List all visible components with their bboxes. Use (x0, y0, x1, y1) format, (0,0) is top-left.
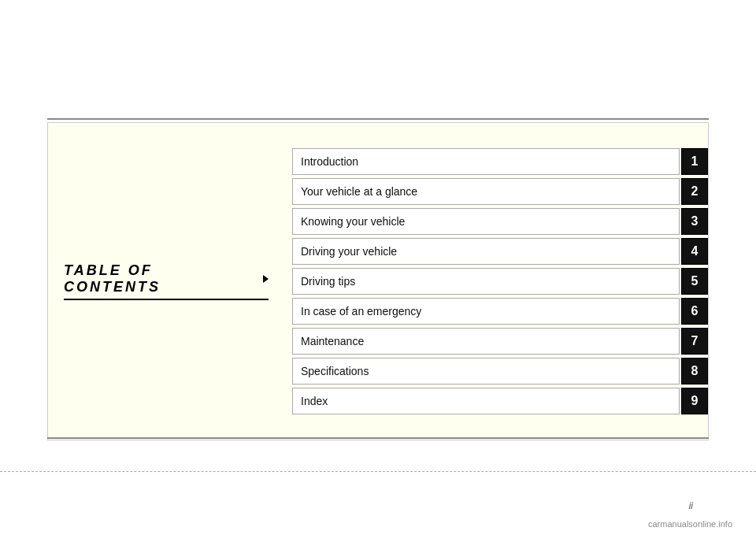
left-panel: TABLE OF CONTENTS (48, 123, 284, 440)
table-row[interactable]: Maintenance7 (292, 328, 708, 355)
table-row[interactable]: Driving tips5 (292, 268, 708, 295)
toc-item-label: Driving tips (292, 268, 680, 295)
toc-item-number: 9 (681, 388, 708, 414)
table-row[interactable]: Index9 (292, 388, 708, 414)
dashed-rule (0, 471, 756, 472)
table-row[interactable]: Introduction1 (292, 148, 708, 175)
toc-item-number: 5 (681, 268, 708, 295)
toc-item-number: 8 (681, 358, 708, 385)
page-container: TABLE OF CONTENTS Introduction1Your vehi… (0, 0, 756, 535)
table-row[interactable]: In case of an emergency6 (292, 298, 708, 325)
toc-item-label: Maintenance (292, 328, 680, 355)
watermark-text: carmanualsonline.info (648, 519, 732, 529)
toc-item-label: Introduction (292, 148, 680, 175)
toc-item-number: 1 (681, 148, 708, 175)
toc-item-label: Your vehicle at a glance (292, 178, 680, 205)
toc-item-number: 6 (681, 298, 708, 325)
toc-item-number: 4 (681, 238, 708, 265)
toc-title-text: TABLE OF CONTENTS (64, 262, 255, 295)
toc-item-label: Driving your vehicle (292, 238, 680, 265)
table-row[interactable]: Driving your vehicle4 (292, 238, 708, 265)
toc-list: Introduction1Your vehicle at a glance2Kn… (284, 123, 708, 440)
page-number: ii (689, 500, 693, 511)
toc-item-label: Specifications (292, 358, 680, 385)
toc-item-label: In case of an emergency (292, 298, 680, 325)
bottom-rule (47, 437, 709, 439)
toc-item-number: 2 (681, 178, 708, 205)
toc-item-number: 3 (681, 208, 708, 235)
toc-item-label: Index (292, 388, 680, 414)
table-row[interactable]: Knowing your vehicle3 (292, 208, 708, 235)
toc-item-number: 7 (681, 328, 708, 355)
toc-item-label: Knowing your vehicle (292, 208, 680, 235)
main-box: TABLE OF CONTENTS Introduction1Your vehi… (47, 122, 709, 440)
triangle-icon (263, 275, 269, 283)
top-rule (47, 118, 709, 120)
toc-title: TABLE OF CONTENTS (64, 262, 269, 300)
table-row[interactable]: Your vehicle at a glance2 (292, 178, 708, 205)
table-row[interactable]: Specifications8 (292, 358, 708, 385)
